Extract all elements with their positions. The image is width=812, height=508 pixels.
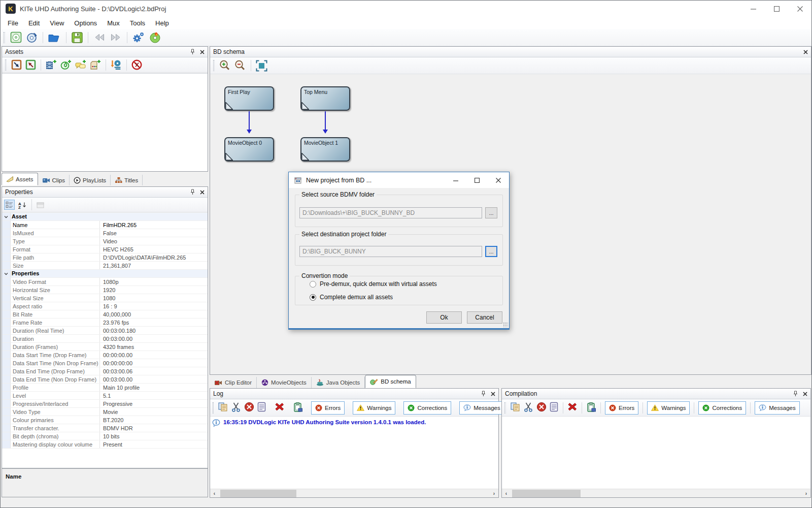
compilation-output[interactable] bbox=[502, 417, 810, 489]
dialog-minimize-button[interactable] bbox=[445, 172, 466, 188]
cut-log-button[interactable] bbox=[523, 402, 533, 414]
tab-bd-schema[interactable]: BD schema bbox=[365, 375, 416, 388]
schema-node[interactable]: MovieObject 0 bbox=[224, 137, 274, 162]
demux-icon[interactable] bbox=[111, 59, 122, 70]
pin-icon[interactable] bbox=[481, 391, 486, 397]
pre-demux-option[interactable]: Pre-demux, quick demux with virtual asse… bbox=[310, 280, 437, 288]
property-row[interactable]: Video TypeMovie bbox=[2, 408, 208, 416]
close-icon[interactable] bbox=[200, 190, 205, 195]
log-lines-button[interactable] bbox=[257, 402, 266, 414]
property-row[interactable]: Frame Rate23.976 fps bbox=[2, 319, 208, 327]
menu-file[interactable]: File bbox=[3, 18, 23, 28]
toolbar-grip[interactable] bbox=[213, 402, 214, 414]
property-pages-icon[interactable] bbox=[37, 202, 44, 208]
toolbar-grip[interactable] bbox=[213, 60, 215, 71]
tab-movieobjects[interactable]: MovieObjects bbox=[257, 377, 312, 388]
property-row[interactable]: Data Start Time (Non Drop Frame)00:00:00… bbox=[2, 359, 208, 367]
open-project-icon[interactable] bbox=[48, 32, 61, 43]
property-row[interactable]: Transfer character.BDMV HDR bbox=[2, 424, 208, 432]
tab-java-objects[interactable]: Java Objects bbox=[312, 377, 365, 388]
resize-grip[interactable] bbox=[503, 322, 508, 327]
property-row[interactable]: Duration (Frames)4320 frames bbox=[2, 343, 208, 351]
redo-icon[interactable] bbox=[110, 33, 122, 42]
pin-icon[interactable] bbox=[190, 189, 195, 195]
property-row[interactable]: Duration00:03:00.00 bbox=[2, 335, 208, 343]
property-row[interactable]: Data End Time (Non Drop Frame)00:03:00.0… bbox=[2, 375, 208, 384]
import-assets-icon[interactable] bbox=[25, 59, 36, 70]
settings-icon[interactable] bbox=[132, 31, 145, 43]
corrections-filter-button[interactable]: Corrections bbox=[698, 401, 746, 415]
delete-log-button[interactable] bbox=[275, 402, 285, 414]
close-button[interactable] bbox=[788, 1, 811, 17]
destination-browse-button[interactable]: ... bbox=[485, 246, 497, 257]
cancel-button[interactable]: Cancel bbox=[467, 311, 502, 324]
property-category-row[interactable]: Properties bbox=[2, 270, 208, 278]
property-row[interactable]: FormatHEVC H265 bbox=[2, 245, 208, 253]
property-row[interactable]: File pathD:\DVDLogic\DATA\FilmHDR.265 bbox=[2, 253, 208, 262]
close-icon[interactable] bbox=[803, 50, 808, 54]
errors-filter-button[interactable]: Errors bbox=[605, 401, 638, 415]
property-row[interactable]: Aspect ratio16 : 9 bbox=[2, 302, 208, 310]
property-row[interactable]: NameFilmHDR.265 bbox=[2, 221, 208, 229]
burn-disc-icon[interactable] bbox=[149, 31, 161, 43]
schema-node[interactable]: MovieObject 1 bbox=[300, 137, 350, 162]
add-subtitle-asset-icon[interactable] bbox=[75, 59, 86, 70]
scroll-left-icon[interactable]: ‹ bbox=[210, 489, 219, 498]
property-row[interactable]: Duration (Real Time)00:03:00.180 bbox=[2, 327, 208, 335]
copy-log-button[interactable] bbox=[510, 402, 520, 414]
property-row[interactable]: Bit depth (chroma)10 bits bbox=[2, 432, 208, 440]
property-row[interactable]: TypeVideo bbox=[2, 237, 208, 245]
scroll-right-icon[interactable]: › bbox=[802, 489, 810, 498]
radio-icon[interactable] bbox=[310, 281, 316, 288]
categorized-toggle[interactable] bbox=[4, 200, 15, 210]
pin-icon[interactable] bbox=[190, 49, 195, 55]
source-folder-field[interactable]: D:\Downloads\+\BIG_BUCK_BUNNY_BD bbox=[299, 207, 482, 218]
warnings-filter-button[interactable]: Warnings bbox=[647, 401, 690, 415]
messages-filter-button[interactable]: Messages bbox=[459, 401, 504, 415]
abort-button[interactable] bbox=[244, 402, 254, 414]
property-category-row[interactable]: Asset bbox=[2, 213, 208, 221]
property-row[interactable]: Mastering display colour volumePresent bbox=[2, 440, 208, 449]
log-hscrollbar[interactable]: ‹ › bbox=[210, 489, 498, 497]
menu-tools[interactable]: Tools bbox=[125, 18, 150, 28]
menu-mux[interactable]: Mux bbox=[102, 18, 125, 28]
copy-log-button[interactable] bbox=[218, 402, 228, 414]
new-project-icon[interactable] bbox=[10, 31, 22, 43]
delete-log-button[interactable] bbox=[567, 402, 578, 414]
property-row[interactable]: Vertical Size1080 bbox=[2, 294, 208, 302]
tab-clip-editor[interactable]: Clip Editor bbox=[210, 377, 257, 388]
dialog-maximize-button[interactable] bbox=[466, 172, 488, 188]
add-other-asset-icon[interactable] bbox=[90, 59, 101, 70]
tab-clips[interactable]: Clips bbox=[38, 175, 70, 185]
scroll-thumb[interactable] bbox=[512, 490, 581, 497]
property-row[interactable]: Progressive/InterlacedProgressive bbox=[2, 400, 208, 408]
corrections-filter-button[interactable]: Corrections bbox=[403, 401, 451, 415]
schema-node[interactable]: First Play bbox=[224, 86, 274, 111]
property-row[interactable]: ProfileMain 10 profile bbox=[2, 384, 208, 392]
assets-list[interactable] bbox=[2, 73, 208, 171]
property-row[interactable]: Level5.1 bbox=[2, 392, 208, 400]
destination-folder-field[interactable]: D:\BIG_BUCK_BUNNY bbox=[299, 246, 482, 257]
errors-filter-button[interactable]: Errors bbox=[311, 401, 345, 415]
fit-screen-icon[interactable] bbox=[256, 60, 267, 72]
add-audio-asset-icon[interactable] bbox=[60, 59, 72, 70]
remove-asset-icon[interactable] bbox=[131, 59, 142, 70]
property-row[interactable]: Colour primariesBT.2020 bbox=[2, 416, 208, 424]
warnings-filter-button[interactable]: Warnings bbox=[353, 401, 395, 415]
save-log-button[interactable] bbox=[586, 402, 596, 414]
property-row[interactable]: Bit Rate40,000,000 bbox=[2, 310, 208, 319]
save-project-icon[interactable] bbox=[72, 32, 83, 43]
property-row[interactable]: Size21,361,807 bbox=[2, 262, 208, 270]
tab-titles[interactable]: Titles bbox=[111, 175, 143, 185]
complete-demux-option[interactable]: Complete demux all assets bbox=[310, 294, 393, 301]
scroll-thumb[interactable] bbox=[220, 490, 296, 497]
toolbar-grip[interactable] bbox=[5, 59, 7, 71]
tab-assets[interactable]: Assets bbox=[2, 173, 38, 185]
property-row[interactable]: Horizontal Size1920 bbox=[2, 286, 208, 294]
export-assets-icon[interactable] bbox=[11, 59, 22, 70]
alphabetical-icon[interactable]: AZ bbox=[18, 201, 27, 209]
log-output[interactable]: 16:35:19 DVDLogic KITe UHD Authoring Sui… bbox=[210, 417, 498, 489]
log-lines-button[interactable] bbox=[550, 402, 559, 414]
menu-edit[interactable]: Edit bbox=[23, 18, 45, 28]
scroll-left-icon[interactable]: ‹ bbox=[502, 489, 511, 498]
